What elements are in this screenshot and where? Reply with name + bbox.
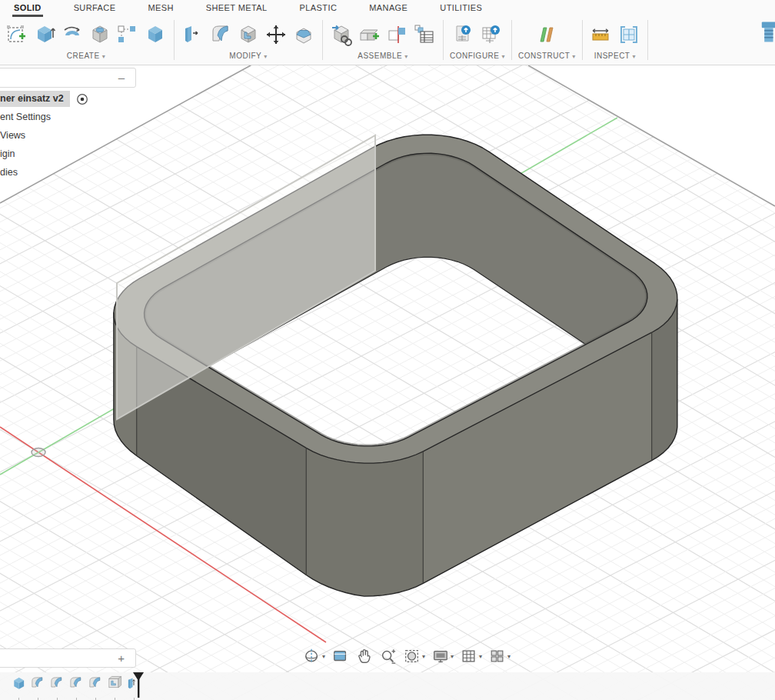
activate-radio-icon[interactable] [75, 92, 90, 107]
chevron-down-icon: ▾ [632, 53, 636, 60]
browser-item-dies[interactable]: dies [0, 165, 90, 181]
browser-item-views[interactable]: Views [0, 128, 90, 144]
joint-origin-icon [385, 23, 408, 46]
tab-mesh[interactable]: MESH [148, 0, 173, 17]
toolbar-divider [647, 20, 648, 60]
browser-item-label[interactable]: ent Settings [0, 109, 57, 125]
toolbar-group-create: CREATE▾ [0, 17, 172, 65]
measure-button[interactable] [589, 21, 614, 48]
browser-item-label[interactable]: dies [0, 165, 24, 181]
insert-fastener-icon[interactable] [757, 19, 775, 48]
nav-fit-button[interactable]: ▾ [401, 645, 427, 667]
browser-item-ent-settings[interactable]: ent Settings [0, 109, 90, 125]
timeline-features [11, 675, 141, 691]
tab-plastic[interactable]: PLASTIC [300, 0, 338, 17]
joint-button[interactable] [357, 21, 381, 48]
configuration-table-icon [480, 23, 503, 46]
toolbar-group-assemble: ASSEMBLE▾ [324, 17, 441, 65]
timeline-feature-fillet[interactable] [88, 675, 103, 691]
tab-utilities[interactable]: UTILITIES [440, 0, 482, 17]
construction-plane-button[interactable] [534, 21, 559, 48]
nav-zoom-button[interactable] [378, 645, 399, 667]
tab-manage[interactable]: MANAGE [369, 0, 407, 17]
nav-viewports-button[interactable]: ▾ [487, 645, 513, 667]
joint-origin-button[interactable] [384, 21, 409, 48]
origin-point [32, 448, 45, 457]
shell-button[interactable] [236, 21, 261, 48]
section-analysis-icon [617, 23, 640, 46]
fusion360-window: SOLIDSURFACEMESHSHEET METALPLASTICMANAGE… [0, 0, 775, 700]
browser-item-ner-einsatz-v2[interactable]: ner einsatz v2 [0, 91, 90, 107]
browser-item-label[interactable]: ner einsatz v2 [0, 91, 70, 107]
group-label-inspect[interactable]: INSPECT▾ [594, 51, 636, 60]
ribbon-tab-bar: SOLIDSURFACEMESHSHEET METALPLASTICMANAGE… [0, 0, 775, 17]
toolbar-divider [511, 20, 512, 60]
group-label-configure[interactable]: CONFIGURE▾ [450, 51, 505, 60]
new-component-icon [330, 23, 353, 46]
joint-icon [358, 23, 381, 46]
configuration-doc-button[interactable] [451, 21, 476, 48]
nav-grid-display-button[interactable]: ▾ [458, 645, 484, 667]
move-button[interactable] [264, 21, 288, 48]
group-label-construct[interactable]: CONSTRUCT▾ [518, 51, 576, 60]
browser-item-label[interactable]: Views [0, 128, 32, 144]
toolbar-divider [582, 20, 583, 60]
browser-panel-header[interactable]: – [0, 68, 136, 88]
group-label-create[interactable]: CREATE▾ [67, 51, 105, 60]
press-pull-button[interactable] [181, 21, 205, 48]
toolbar-divider [174, 20, 175, 60]
new-component-button[interactable] [329, 21, 354, 48]
pattern-icon [116, 23, 139, 46]
press-pull-icon [181, 23, 205, 46]
hole-button[interactable] [88, 21, 112, 48]
box-primitive-button[interactable] [143, 21, 168, 48]
chamfer-button[interactable] [291, 21, 316, 48]
nav-pan-button[interactable] [354, 645, 375, 667]
nav-look-at-button[interactable] [330, 645, 351, 667]
group-label-modify[interactable]: MODIFY▾ [229, 51, 267, 60]
timeline-feature-box[interactable] [11, 675, 26, 691]
nav-orbit-button[interactable]: ▾ [301, 645, 328, 667]
collapsed-bottom-panel[interactable]: + [0, 648, 136, 668]
timeline-playhead[interactable] [132, 672, 145, 698]
tab-sheet-metal[interactable]: SHEET METAL [206, 0, 268, 17]
tab-solid[interactable]: SOLID [14, 0, 42, 17]
section-analysis-button[interactable] [617, 21, 641, 48]
timeline-feature-fillet[interactable] [30, 675, 45, 691]
chevron-down-icon[interactable]: ▾ [451, 653, 454, 660]
nav-display-settings-button[interactable]: ▾ [430, 645, 456, 667]
fillet-button[interactable] [208, 21, 233, 48]
revolve-button[interactable] [60, 21, 85, 48]
bom-table-button[interactable] [412, 21, 437, 48]
move-icon [264, 23, 288, 46]
expand-panel-button[interactable]: + [118, 651, 125, 666]
chevron-down-icon[interactable]: ▾ [322, 653, 325, 660]
wall-face [306, 448, 423, 596]
chevron-down-icon[interactable]: ▾ [507, 653, 511, 660]
chevron-down-icon: ▾ [502, 53, 506, 60]
chevron-down-icon[interactable]: ▾ [422, 653, 425, 660]
fillet-icon [209, 23, 232, 46]
toolbar-divider [322, 20, 323, 60]
group-label-assemble[interactable]: ASSEMBLE▾ [358, 51, 407, 60]
extrude-button[interactable] [32, 21, 57, 48]
browser-item-igin[interactable]: igin [0, 146, 90, 162]
create-sketch-button[interactable] [5, 21, 29, 48]
toolbar-group-modify: MODIFY▾ [176, 17, 321, 65]
chevron-down-icon[interactable]: ▾ [479, 653, 482, 660]
pattern-button[interactable] [115, 21, 140, 48]
browser-item-label[interactable]: igin [0, 146, 21, 162]
construction-plane-icon [535, 23, 558, 46]
toolbar-divider [443, 20, 444, 60]
toolbar-group-construct: CONSTRUCT▾ [514, 17, 580, 65]
bolt-icon [757, 19, 775, 45]
timeline-feature-fillet[interactable] [68, 675, 84, 691]
chevron-down-icon: ▾ [572, 53, 576, 60]
browser-minimize-button[interactable]: – [118, 69, 125, 86]
configuration-table-button[interactable] [479, 21, 504, 48]
browser-tree: ner einsatz v2ent SettingsViewsigindies [0, 91, 90, 183]
timeline-feature-fillet[interactable] [49, 675, 65, 691]
timeline-feature-shell[interactable] [107, 675, 122, 691]
viewport-canvas[interactable] [0, 65, 775, 700]
tab-surface[interactable]: SURFACE [74, 0, 116, 17]
